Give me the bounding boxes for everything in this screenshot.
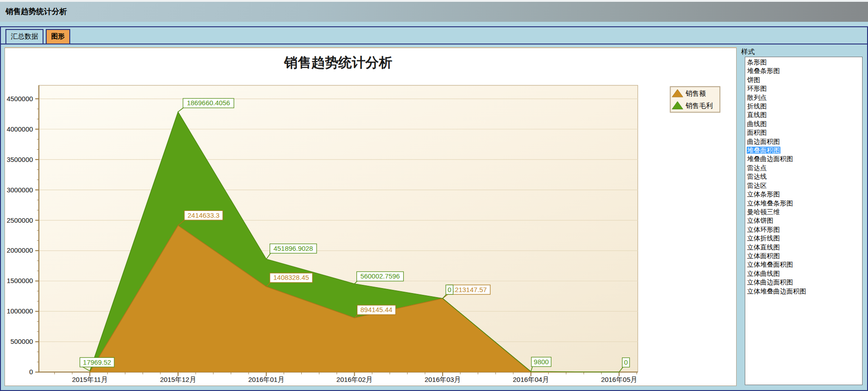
chart-panel: 销售趋势统计分析05000001000000150000020000002500… (5, 48, 737, 386)
style-option[interactable]: 立体折线图 (745, 234, 862, 243)
trend-chart: 销售趋势统计分析05000001000000150000020000002500… (5, 48, 736, 386)
svg-text:560002.7596: 560002.7596 (360, 273, 400, 280)
x-axis-tick-label: 2016年05月 (601, 376, 637, 383)
style-option[interactable]: 饼图 (745, 76, 862, 84)
y-axis-tick-label: 4000000 (7, 126, 33, 133)
style-option[interactable]: 雷达点 (745, 164, 862, 172)
style-groupbox-label: 样式 (740, 48, 865, 57)
x-axis-tick-label: 2015年12月 (160, 376, 196, 383)
y-axis-tick-label: 3500000 (7, 156, 33, 163)
style-option[interactable]: 立体堆叠面积图 (745, 260, 862, 269)
style-option[interactable]: 散列点 (745, 93, 862, 102)
style-option[interactable]: 立体环形图 (745, 225, 862, 234)
x-axis-tick-label: 2016年03月 (424, 376, 461, 383)
style-option[interactable]: 立体条形图 (745, 190, 862, 199)
style-option[interactable]: 面积图 (745, 128, 862, 137)
y-axis-tick-label: 500000 (10, 338, 33, 345)
y-axis-tick-label: 2500000 (7, 217, 33, 224)
style-option[interactable]: 条形图 (745, 58, 862, 67)
style-option[interactable]: 立体曲边面积图 (745, 278, 862, 287)
style-option[interactable]: 堆叠条形图 (745, 67, 862, 75)
style-option[interactable]: 曼哈顿三维 (745, 208, 862, 216)
svg-text:2414633.3: 2414633.3 (188, 212, 220, 219)
y-axis-tick-label: 3000000 (7, 186, 33, 194)
tab-strip: 汇总数据 图形 (1, 27, 867, 44)
legend: 销售额销售毛利 (670, 87, 720, 112)
tab-content: 销售趋势统计分析05000001000000150000020000002500… (1, 44, 867, 390)
y-axis-tick-label: 0 (29, 368, 33, 376)
svg-text:1869660.4056: 1869660.4056 (187, 99, 230, 107)
style-option[interactable]: 立体堆叠曲边面积图 (745, 287, 862, 296)
style-panel: 样式 条形图堆叠条形图饼图环形图散列点折线图直线图曲线图面积图曲边面积图堆叠面积… (740, 48, 865, 386)
tab-summary-data[interactable]: 汇总数据 (5, 29, 43, 44)
y-axis-tick-label: 2000000 (7, 247, 33, 254)
style-option[interactable]: 曲线图 (745, 120, 862, 128)
style-option[interactable]: 雷达区 (745, 181, 862, 190)
svg-text:17969.52: 17969.52 (83, 359, 111, 366)
svg-text:451896.9028: 451896.9028 (274, 245, 313, 252)
style-option[interactable]: 直线图 (745, 111, 862, 119)
x-axis-tick-label: 2016年02月 (337, 376, 373, 383)
titlebar-gap (0, 22, 868, 26)
y-axis-tick-label: 1000000 (7, 308, 33, 315)
legend-label: 销售额 (685, 90, 706, 97)
chart-title: 销售趋势统计分析 (283, 54, 392, 70)
style-option[interactable]: 立体曲线图 (745, 269, 862, 278)
style-option[interactable]: 折线图 (745, 102, 862, 111)
style-listbox[interactable]: 条形图堆叠条形图饼图环形图散列点折线图直线图曲线图面积图曲边面积图堆叠面积图堆叠… (745, 57, 863, 385)
svg-text:9800: 9800 (534, 358, 549, 366)
svg-text:1213147.57: 1213147.57 (451, 286, 487, 293)
style-option[interactable]: 堆叠曲边面积图 (745, 155, 862, 163)
legend-label: 销售毛利 (685, 102, 713, 109)
y-axis-tick-label: 1500000 (7, 277, 33, 284)
tab-graph[interactable]: 图形 (46, 29, 70, 44)
style-option[interactable]: 雷达线 (745, 172, 862, 181)
style-option[interactable]: 环形图 (745, 84, 862, 93)
style-option[interactable]: 立体饼图 (745, 216, 862, 225)
style-option[interactable]: 堆叠面积图 (745, 146, 862, 155)
main-container: 汇总数据 图形 销售趋势统计分析050000010000001500000200… (0, 26, 868, 391)
style-option[interactable]: 立体堆叠条形图 (745, 199, 862, 208)
x-axis-tick-label: 2016年04月 (513, 376, 549, 383)
style-option[interactable]: 立体面积图 (745, 252, 862, 260)
svg-text:0: 0 (624, 359, 627, 366)
style-option[interactable]: 立体直线图 (745, 243, 862, 252)
svg-text:0: 0 (448, 286, 451, 293)
window-title: 销售趋势统计分析 (0, 2, 868, 22)
style-option[interactable]: 曲边面积图 (745, 137, 862, 146)
x-axis-tick-label: 2016年01月 (248, 376, 285, 383)
y-axis-tick-label: 4500000 (7, 95, 33, 103)
svg-text:1408328.45: 1408328.45 (273, 274, 309, 281)
svg-text:894145.44: 894145.44 (361, 306, 393, 313)
x-axis-tick-label: 2015年11月 (72, 376, 108, 383)
